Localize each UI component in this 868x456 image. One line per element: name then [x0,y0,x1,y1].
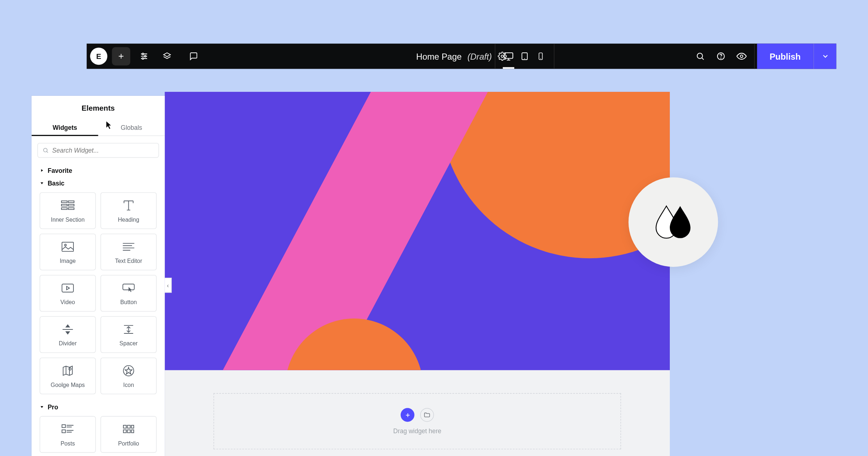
widget-search[interactable] [37,143,159,158]
cursor-icon [106,120,112,129]
search-button[interactable] [690,47,710,65]
device-desktop[interactable] [501,44,516,69]
search-icon [42,147,48,154]
page-status: (Draft) [467,51,492,61]
widget-spacer[interactable]: Spacer [101,316,157,353]
widget-button[interactable]: Button [101,275,157,312]
svg-marker-25 [41,182,43,184]
button-icon [122,281,135,294]
portfolio-icon [123,423,135,435]
svg-rect-65 [127,425,130,428]
svg-rect-69 [131,430,133,432]
widget-label: Heading [118,216,139,222]
widget-image[interactable]: Image [40,234,96,270]
star-icon [122,364,135,377]
section-basic-label: Basic [48,180,65,187]
widget-label: Posts [60,440,75,446]
heading-icon [122,199,135,212]
svg-rect-64 [123,425,126,428]
svg-rect-37 [62,242,73,251]
inner-section-icon [61,199,75,212]
caret-down-icon [40,181,44,186]
layers-button[interactable] [158,47,176,65]
publish-button[interactable]: Publish [757,44,813,69]
elementor-logo[interactable]: E [90,48,107,65]
text-editor-icon [122,240,135,253]
settings-sliders-button[interactable] [135,47,153,65]
widget-label: Goolge Maps [51,382,85,388]
dropzone-template-button[interactable] [420,408,434,422]
widget-heading[interactable]: Heading [101,192,157,229]
svg-point-20 [720,58,721,58]
svg-marker-44 [67,286,69,290]
svg-point-5 [142,53,144,55]
panel-title: Elements [31,96,165,119]
widget-label: Spacer [119,340,137,346]
svg-rect-29 [68,201,74,203]
svg-point-7 [142,58,144,59]
add-element-button[interactable] [112,47,130,65]
widget-icon[interactable]: Icon [101,358,157,395]
svg-point-54 [69,367,71,370]
svg-rect-68 [127,430,130,432]
hero-section[interactable] [165,92,670,370]
device-tablet[interactable] [517,44,532,69]
dropzone-add-button[interactable] [401,408,414,422]
section-pro-label: Pro [48,404,58,410]
svg-rect-66 [131,425,133,428]
svg-point-22 [43,148,47,152]
svg-rect-31 [68,208,74,209]
panel-collapse-toggle[interactable]: ‹ [165,278,171,293]
widget-posts[interactable]: Posts [40,416,96,453]
spacer-icon [122,323,135,336]
basic-widgets-grid: Inner Section Heading Image Text Editor … [31,188,165,399]
publish-dropdown[interactable] [813,44,836,69]
svg-rect-10 [504,53,513,58]
caret-down-icon [40,405,44,409]
widget-label: Portfolio [118,440,139,446]
widget-video[interactable]: Video [40,275,96,312]
divider [754,44,755,69]
divider-icon [61,323,74,336]
page-title-group: Home Page (Draft) [416,51,507,61]
svg-marker-56 [125,367,132,374]
editor-canvas[interactable]: Drag widget here [165,92,670,456]
svg-line-23 [47,152,48,153]
dropzone-actions [401,408,434,422]
preview-button[interactable] [731,47,752,65]
svg-point-17 [697,53,702,59]
tab-widgets[interactable]: Widgets [31,119,98,135]
section-favorite[interactable]: Favorite [31,162,165,175]
svg-rect-28 [61,208,67,209]
svg-point-38 [65,244,67,246]
dropzone-hint: Drag widget here [393,427,441,434]
panel-tabs: Widgets Globals [31,119,165,136]
svg-marker-8 [163,53,170,57]
svg-rect-26 [61,201,67,203]
widget-inner-section[interactable]: Inner Section [40,192,96,229]
device-mobile[interactable] [533,44,548,69]
widget-divider[interactable]: Divider [40,316,96,353]
widget-label: Divider [59,340,77,346]
maps-icon [62,364,73,377]
widget-portfolio[interactable]: Portfolio [101,416,157,453]
widget-label: Image [60,257,76,264]
toolbar-left-group: E [87,47,203,65]
help-button[interactable] [710,47,731,65]
caret-right-icon [40,168,44,173]
svg-marker-47 [66,324,70,327]
droplets-icon [650,203,696,242]
svg-marker-57 [41,406,43,408]
svg-marker-48 [66,331,70,333]
widget-search-input[interactable] [52,147,154,154]
section-favorite-label: Favorite [48,167,72,174]
widget-google-maps[interactable]: Goolge Maps [40,358,96,395]
comments-button[interactable] [184,47,203,65]
widget-text-editor[interactable]: Text Editor [101,234,157,270]
widget-label: Text Editor [115,257,142,264]
section-basic[interactable]: Basic [31,175,165,188]
widget-label: Icon [123,382,134,388]
image-icon [61,240,74,253]
section-pro[interactable]: Pro [31,399,165,412]
widget-dropzone[interactable]: Drag widget here [213,393,621,449]
